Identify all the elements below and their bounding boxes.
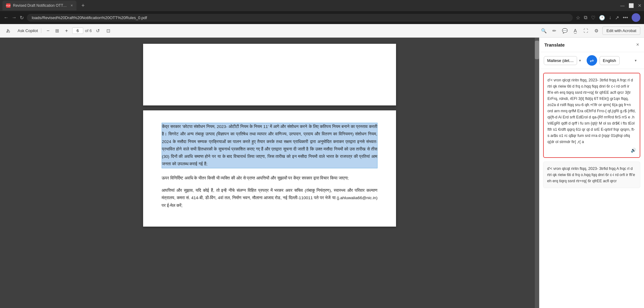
profile-avatar[interactable] xyxy=(632,13,640,22)
target-language-select-wrap[interactable]: English xyxy=(600,56,640,65)
zoom-controls: − ⊞ + xyxy=(44,27,70,35)
translate-panel-title: Translate xyxy=(544,42,565,47)
close-window-button[interactable]: ✕ xyxy=(638,4,642,7)
pdf-main-page: केंद्र सरकार 'कोटपा संशोधन नियम, 2023- ओ… xyxy=(143,110,396,227)
address-bar-actions: ☆ ⧉ ♡ 🕐 ↓ ↗ ••• xyxy=(576,13,640,22)
highlighted-text-block: केंद्र सरकार 'कोटपा संशोधन नियम, 2023- ओ… xyxy=(162,123,378,168)
translation-result-box: d'< vron qlcqt riritn ftqq, 2023- 3trfid… xyxy=(543,73,640,158)
swap-language-btn[interactable]: ⇌ xyxy=(587,55,597,66)
tab-favicon: PDF xyxy=(6,3,10,8)
main-content-area: केंद्र सरकार 'कोटपा संशोधन नियम, 2023- ओ… xyxy=(0,38,644,308)
translate-body: d'< vron qlcqt riritn ftqq, 2023- 3trfid… xyxy=(539,69,644,308)
immersive-reader-btn[interactable]: あ xyxy=(4,27,13,35)
immersive-reader-icon: あ xyxy=(6,28,10,34)
paragraph-2: आपत्तियां और सुझाव, यदि कोई हैं, तो इन्ह… xyxy=(162,187,378,209)
favorites-icon[interactable]: ♡ xyxy=(591,15,595,21)
rotate-btn[interactable]: ↺ xyxy=(93,27,102,35)
translation-result-text: d'< vron qlcqt riritn ftqq, 2023- 3trfid… xyxy=(547,77,636,145)
tab-title: Revised Draft Notification OTT Ru... xyxy=(13,3,67,8)
translate-close-btn[interactable]: × xyxy=(636,42,639,47)
translate-panel: Translate × Maltese (det.... ⇌ English xyxy=(539,38,644,308)
pdf-scrollbar-thumb[interactable] xyxy=(535,41,539,59)
back-button[interactable]: ← xyxy=(4,15,9,20)
pdf-page-top xyxy=(143,44,396,105)
language-selector-row: Maltese (det.... ⇌ English xyxy=(539,52,644,69)
tab-close-btn[interactable]: × xyxy=(71,3,73,8)
browser-tab[interactable]: PDF Revised Draft Notification OTT Ru...… xyxy=(2,1,76,10)
forward-button[interactable]: → xyxy=(12,15,17,20)
maximize-button[interactable]: ⬜ xyxy=(629,4,633,7)
extensions-icon[interactable]: ⧉ xyxy=(584,15,587,20)
highlight-btn[interactable]: A̲ xyxy=(571,27,580,35)
translation-lower-box: d'< vron qlcqt riritn ftqq, 2023- 3trfid… xyxy=(543,162,640,188)
fit-width-btn[interactable]: ⊡ xyxy=(104,27,113,35)
draw-btn[interactable]: ✏ xyxy=(550,27,559,35)
fullscreen-btn[interactable]: ⛶ xyxy=(581,27,590,35)
volume-icon-area: 🔊 xyxy=(547,147,636,154)
edit-acrobat-btn[interactable]: Edit with Acrobat xyxy=(602,27,640,35)
zoom-in-btn[interactable]: + xyxy=(63,27,70,35)
share-icon[interactable]: ↗ xyxy=(615,15,619,21)
page-number-input[interactable] xyxy=(72,27,83,34)
refresh-button[interactable]: ↻ xyxy=(20,15,24,21)
minimize-button[interactable]: — xyxy=(621,4,624,7)
star-icon[interactable]: ☆ xyxy=(576,15,580,21)
window-controls: — ⬜ ✕ xyxy=(621,4,642,7)
paragraph-1-block: ऊपर विनिर्दिष्ट अवधि के भीतर किसी भी व्य… xyxy=(162,175,378,182)
highlighted-paragraph: केंद्र सरकार 'कोटपा संशोधन नियम, 2023- ओ… xyxy=(162,123,377,168)
translation-lower-text: d'< vron qlcqt riritn ftqq, 2023- 3trfid… xyxy=(547,166,636,184)
new-tab-button[interactable]: + xyxy=(79,2,87,9)
paragraph-2-block: आपत्तियां और सुझाव, यदि कोई हैं, तो इन्ह… xyxy=(162,187,378,209)
downloads-icon[interactable]: ↓ xyxy=(609,15,611,20)
settings-btn[interactable]: ⚙ xyxy=(592,27,601,35)
pdf-viewer[interactable]: केंद्र सरकार 'कोटपा संशोधन नियम, 2023- ओ… xyxy=(0,38,539,308)
paragraph-1: ऊपर विनिर्दिष्ट अवधि के भीतर किसी भी व्य… xyxy=(162,175,378,182)
zoom-out-btn[interactable]: − xyxy=(44,27,52,35)
address-input[interactable] xyxy=(27,14,573,22)
translate-panel-header: Translate × xyxy=(539,38,644,52)
pdf-toolbar: あ Ask Copilot − ⊞ + of 6 ↺ ⊡ 🔍 ✏ 💬 A̲ ⛶ … xyxy=(0,24,644,38)
volume-icon[interactable]: 🔊 xyxy=(631,147,636,154)
pdf-scrollbar-track[interactable] xyxy=(535,38,539,308)
history-icon[interactable]: 🕐 xyxy=(599,15,605,21)
browser-titlebar: PDF Revised Draft Notification OTT Ru...… xyxy=(0,0,644,11)
address-bar: ← → ↻ ☆ ⧉ ♡ 🕐 ↓ ↗ ••• xyxy=(0,11,644,24)
swap-icon: ⇌ xyxy=(590,58,594,64)
more-icon[interactable]: ••• xyxy=(623,15,628,20)
fit-page-btn[interactable]: ⊞ xyxy=(53,27,62,35)
search-btn[interactable]: 🔍 xyxy=(539,27,548,35)
target-language-select[interactable]: English xyxy=(600,56,620,65)
comment-btn[interactable]: 💬 xyxy=(560,27,569,35)
source-language-select-wrap[interactable]: Maltese (det.... xyxy=(544,56,584,65)
source-language-select[interactable]: Maltese (det.... xyxy=(544,56,577,65)
ask-copilot-btn[interactable]: Ask Copilot xyxy=(14,28,41,33)
page-total: of 6 xyxy=(85,28,92,33)
